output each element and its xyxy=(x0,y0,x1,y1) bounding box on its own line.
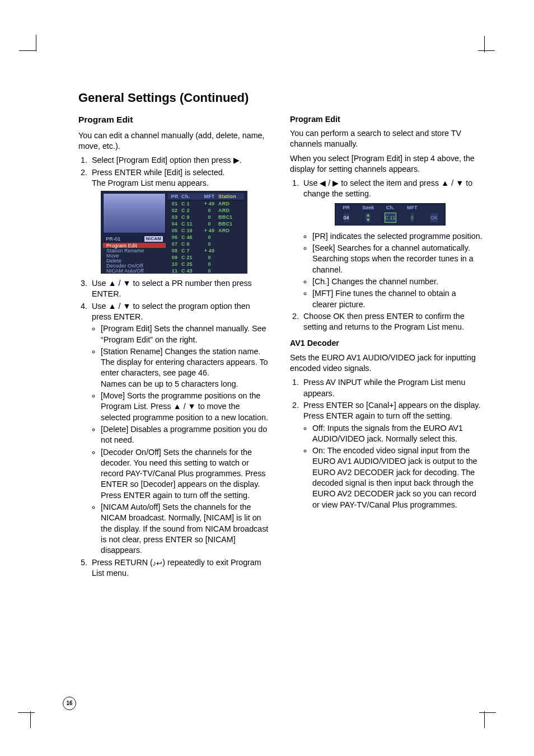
bullet: [Seek] Searches for a channel automatica… xyxy=(312,243,483,275)
crop-mark xyxy=(478,50,495,51)
cell-ch: C 1 xyxy=(181,200,200,207)
cell-station: ARD xyxy=(218,227,244,234)
bullet: On: The encoded video signal input from … xyxy=(312,445,483,510)
bullet: [Move] Sorts the programme positions on … xyxy=(101,391,271,423)
cell-pr: 08 xyxy=(168,247,181,254)
intro-text: You can edit a channel manually (add, de… xyxy=(78,130,271,152)
figure-table-row: 02C 20ARD xyxy=(168,207,244,214)
left-column: Program Edit You can edit a channel manu… xyxy=(78,114,271,580)
cell-ok: OK xyxy=(430,213,438,222)
crop-mark xyxy=(19,50,36,51)
cell-pr: 10 xyxy=(168,261,181,267)
figure-table-row: 06C 460 xyxy=(168,234,244,241)
body-text: Sets the EURO AV1 AUDIO/VIDEO jack for i… xyxy=(290,353,483,374)
figure-preview xyxy=(103,193,166,233)
figure-table-row: 05C 19+ 49ARD xyxy=(168,227,244,234)
cell-seek: ▲▼ xyxy=(366,213,371,222)
cell-ch: C 6 xyxy=(181,241,200,247)
crop-mark xyxy=(484,36,485,53)
col-station: Station xyxy=(218,193,244,200)
step-text: Press ENTER so [Canal+] appears on the d… xyxy=(303,401,480,420)
cell-pr: 04 xyxy=(168,220,181,227)
figure-table-row: 09C 210 xyxy=(168,254,244,261)
bullet: [Delete] Disables a programme position y… xyxy=(101,424,271,446)
figure-menu: Program Edit Station Rename Move Delete … xyxy=(103,243,166,274)
step: Choose OK then press ENTER to confirm th… xyxy=(301,311,483,333)
bullet: [NICAM Auto/off] Sets the channels for t… xyxy=(101,502,271,556)
cell-station: ARD xyxy=(218,200,244,207)
seek-figure-head: PR Seek Ch. MFT xyxy=(335,204,445,212)
cell-ch: C 7 xyxy=(181,247,200,254)
figure-pr-bar: PR-01 NICAM xyxy=(103,236,166,242)
cell-pr: 04 xyxy=(344,213,349,222)
step: Press ENTER while [Edit] is selected. Th… xyxy=(90,167,271,274)
col-ch: Ch. xyxy=(181,193,200,200)
figure-table-row: 08C 7+ 49 xyxy=(168,247,244,254)
cell-pr: 05 xyxy=(168,227,181,234)
body-text: When you select [Program Edit] in step 4… xyxy=(290,153,483,175)
section-heading: Program Edit xyxy=(78,114,271,126)
cell-station: BBC1 xyxy=(218,214,244,220)
cell-ch: C 9 xyxy=(181,214,200,220)
crop-mark xyxy=(36,35,36,51)
bullet: Off: Inputs the signals from the EURO AV… xyxy=(312,423,483,445)
cell-ch: C 2 xyxy=(181,207,200,214)
figure-table-head: PR Ch. MFT Station xyxy=(168,193,244,200)
page-number: 16 xyxy=(63,697,76,710)
col-seek: Seek xyxy=(357,204,379,211)
cell-mft: 0 xyxy=(411,213,414,222)
step: Select [Program Edit] option then press … xyxy=(90,155,271,166)
cell-ch: C 21 xyxy=(181,254,200,261)
seek-figure-row: 04 ▲▼ C 11 0 OK xyxy=(335,212,445,224)
seek-figure: PR Seek Ch. MFT 04 ▲▼ C 11 0 OK xyxy=(335,203,446,226)
figure-menu-item: NICAM Auto/Off xyxy=(103,269,166,274)
figure-table-row: 01C 1+ 49ARD xyxy=(168,200,244,207)
cell-mft: + 49 xyxy=(200,200,218,207)
cell-mft: 0 xyxy=(200,234,218,241)
cell-pr: 03 xyxy=(168,214,181,220)
cell-mft: 0 xyxy=(200,241,218,247)
figure-pr-label: PR-01 xyxy=(106,236,121,242)
col-mft: MFT xyxy=(401,204,423,211)
step: Use ▲ / ▼ to select the program option t… xyxy=(90,301,271,556)
step: Press RETURN (♪↩) repeatedly to exit Pro… xyxy=(90,557,271,579)
step-text: Press RETURN ( xyxy=(92,558,153,567)
page-title: General Settings (Continued) xyxy=(78,90,483,106)
cell-ch: C 43 xyxy=(181,267,200,274)
down-arrow-icon: ▼ xyxy=(366,218,371,223)
step-text: The Program List menu appears. xyxy=(92,179,209,187)
figure-table: PR Ch. MFT Station 01C 1+ 49ARD02C 20ARD… xyxy=(168,191,247,274)
crop-mark xyxy=(479,712,496,713)
cell-mft: 0 xyxy=(200,254,218,261)
cell-ch: C 11 xyxy=(181,220,200,227)
figure-left-pane: PR-01 NICAM Program Edit Station Rename … xyxy=(101,191,168,274)
cell-ch: C 46 xyxy=(181,234,200,241)
cell-station: ARD xyxy=(218,207,244,214)
figure-table-row: 07C 60 xyxy=(168,241,244,247)
sub-heading: AV1 Decoder xyxy=(290,338,483,349)
cell-mft: 0 xyxy=(200,267,218,274)
program-list-figure: PR-01 NICAM Program Edit Station Rename … xyxy=(101,191,247,274)
cell-pr: 11 xyxy=(168,267,181,274)
step: Press AV INPUT while the Program List me… xyxy=(301,377,483,399)
return-icon: ♪↩ xyxy=(153,558,163,569)
cell-mft: + 49 xyxy=(200,227,218,234)
cell-mft: + 49 xyxy=(200,247,218,254)
col-ch: Ch. xyxy=(379,204,401,211)
col-mft: MFT xyxy=(200,193,218,200)
cell-pr: 09 xyxy=(168,254,181,261)
col-pr: PR xyxy=(335,204,357,211)
bullet: [Program Edit] Sets the channel manually… xyxy=(101,323,271,345)
figure-table-body: 01C 1+ 49ARD02C 20ARD03C 90BBC104C 110BB… xyxy=(168,200,244,274)
crop-mark xyxy=(484,711,485,728)
right-column: Program Edit You can perform a search to… xyxy=(290,114,483,580)
cell-pr: 01 xyxy=(168,200,181,207)
bullet-text: [Station Rename] Changes the station nam… xyxy=(101,347,268,378)
crop-mark xyxy=(30,711,31,728)
page-content: General Settings (Continued) Program Edi… xyxy=(78,90,483,580)
bullet: [Station Rename] Changes the station nam… xyxy=(101,346,271,389)
cell-mft: 0 xyxy=(200,220,218,227)
cell-ch: C 11 xyxy=(385,213,396,223)
figure-table-row: 10C 250 xyxy=(168,261,244,267)
step: Use ▲ / ▼ to select a PR number then pre… xyxy=(90,278,271,300)
